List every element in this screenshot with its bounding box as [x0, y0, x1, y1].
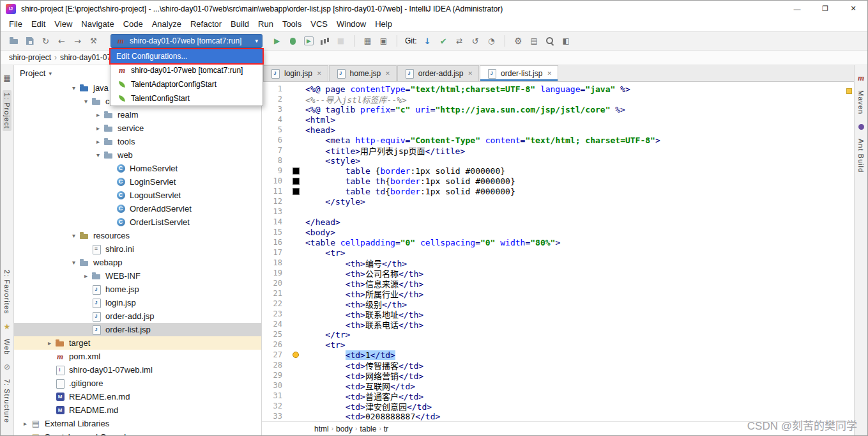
- menu-help[interactable]: Help: [370, 17, 397, 31]
- code-line[interactable]: 11 table td{border:1px solid #000000}: [262, 186, 854, 196]
- tree-item-logoutservlet[interactable]: LogoutServlet: [14, 189, 261, 202]
- tree-item-home-jsp[interactable]: home.jsp: [14, 283, 261, 296]
- menu-window[interactable]: Window: [332, 17, 370, 31]
- stripe-ant-icon[interactable]: [855, 121, 867, 132]
- stripe-slash-icon[interactable]: [1, 361, 13, 373]
- build-project-button[interactable]: [86, 33, 102, 49]
- stop-button[interactable]: [333, 33, 349, 49]
- git-history-button[interactable]: [483, 33, 499, 49]
- tree-item-realm[interactable]: ▸realm: [14, 108, 261, 121]
- code-line[interactable]: 2<%--导入jstl标签库--%>: [262, 94, 854, 104]
- line-number[interactable]: 26: [262, 340, 286, 349]
- popup-item-shiro-day01-07web-tomcat7-run[interactable]: shiro-day01-07web [tomcat7:run]: [110, 63, 263, 77]
- line-number[interactable]: 33: [262, 412, 286, 421]
- line-number[interactable]: 22: [262, 299, 286, 308]
- run-coverage-button[interactable]: [301, 33, 317, 49]
- git-revert-button[interactable]: [468, 33, 483, 49]
- code-line[interactable]: 7 <title>用户列表jsp页面</title>: [262, 145, 854, 155]
- tab-close-icon[interactable]: ✕: [468, 70, 473, 77]
- popup-item-talentadaptorconfigstart[interactable]: TalentAdaptorConfigStart: [110, 77, 263, 91]
- run-button[interactable]: [269, 33, 285, 49]
- line-number[interactable]: 29: [262, 371, 286, 380]
- popup-item-edit-configurations[interactable]: Edit Configurations...: [110, 49, 263, 63]
- tree-item-order-list-jsp[interactable]: order-list.jsp: [14, 323, 261, 336]
- line-number[interactable]: 18: [262, 258, 286, 267]
- tab-order-add-jsp[interactable]: order-add.jsp✕: [397, 65, 479, 81]
- tree-item-readme-en-md[interactable]: README.en.md: [14, 390, 261, 403]
- line-number[interactable]: 21: [262, 289, 286, 298]
- tree-item-webapp[interactable]: ▾webapp: [14, 256, 261, 269]
- tab-close-icon[interactable]: ✕: [385, 70, 390, 77]
- code-line[interactable]: 12 </style>: [262, 196, 854, 206]
- tree-item-shiro-ini[interactable]: shiro.ini: [14, 242, 261, 256]
- tree-expand-arrow[interactable]: ▾: [81, 98, 91, 105]
- menu-tools[interactable]: Tools: [278, 17, 306, 31]
- wrench-button[interactable]: [510, 33, 526, 49]
- editor-breadcrumb-html[interactable]: html: [312, 424, 331, 433]
- tool-window-grid-button[interactable]: [360, 33, 376, 49]
- line-number[interactable]: 24: [262, 320, 286, 329]
- tree-item-service[interactable]: ▸service: [14, 121, 261, 135]
- tree-item-web[interactable]: ▾web: [14, 148, 261, 162]
- project-structure-button[interactable]: [526, 33, 542, 49]
- line-number[interactable]: 6: [262, 136, 286, 144]
- debug-button[interactable]: [285, 33, 301, 49]
- open-folder-button[interactable]: [6, 33, 22, 49]
- line-number[interactable]: 14: [262, 217, 286, 226]
- window-minimize-button[interactable]: —: [783, 1, 811, 17]
- menu-edit[interactable]: Edit: [27, 17, 50, 31]
- tree-item-web-inf[interactable]: ▸WEB-INF: [14, 269, 261, 283]
- synchronize-button[interactable]: [38, 33, 54, 49]
- line-number[interactable]: 5: [262, 125, 286, 134]
- profiler-button[interactable]: [317, 33, 333, 49]
- stripe-maven-icon[interactable]: [855, 72, 867, 84]
- tree-item-orderaddservlet[interactable]: OrderAddServlet: [14, 202, 261, 215]
- toolwindow-web[interactable]: Web: [3, 339, 11, 355]
- tree-item-scratches-and-consoles[interactable]: ▸Scratches and Consoles: [14, 430, 261, 435]
- menu-vcs[interactable]: VCS: [306, 17, 332, 31]
- code-line[interactable]: 25 </tr>: [262, 329, 854, 339]
- line-number[interactable]: 23: [262, 309, 286, 318]
- stripe-star-icon[interactable]: [1, 321, 13, 332]
- git-update-button[interactable]: [420, 33, 436, 49]
- code-line[interactable]: 5<head>: [262, 125, 854, 135]
- code-line[interactable]: 10 table th{border:1px solid #000000}: [262, 176, 854, 186]
- git-diff-button[interactable]: [452, 33, 468, 49]
- tree-item-homeservlet[interactable]: HomeServlet: [14, 162, 261, 175]
- code-line[interactable]: 13: [262, 206, 854, 217]
- code-line[interactable]: 3<%@ taglib prefix="c" uri="http://java.…: [262, 104, 854, 114]
- search-everywhere-button[interactable]: [542, 33, 558, 49]
- line-number[interactable]: 20: [262, 279, 286, 288]
- tab-close-icon[interactable]: ✕: [547, 70, 552, 77]
- code-line[interactable]: 24 <th>联系电话</th>: [262, 319, 854, 329]
- code-line[interactable]: 8 <style>: [262, 155, 854, 166]
- code-line[interactable]: 16<table cellpadding="0" cellspacing="0"…: [262, 237, 854, 247]
- error-stripe-marker[interactable]: [846, 88, 852, 94]
- line-number[interactable]: 25: [262, 330, 286, 339]
- back-button[interactable]: [54, 33, 70, 49]
- tab-order-list-jsp[interactable]: order-list.jsp✕: [480, 65, 558, 81]
- tree-expand-arrow[interactable]: ▸: [20, 420, 30, 427]
- code-line[interactable]: 15<body>: [262, 227, 854, 237]
- toolwindow-1-project[interactable]: 1: Project: [3, 90, 11, 131]
- tree-expand-arrow[interactable]: ▾: [69, 84, 79, 91]
- editor-breadcrumb-tr[interactable]: tr: [381, 424, 391, 433]
- menu-code[interactable]: Code: [119, 17, 148, 31]
- tree-item-orderlistservlet[interactable]: OrderListServlet: [14, 215, 261, 229]
- line-number[interactable]: 12: [262, 197, 286, 206]
- code-area[interactable]: 1<%@ page contentType="text/html;charset…: [262, 82, 854, 421]
- editor-breadcrumb-body[interactable]: body: [333, 424, 355, 433]
- line-number[interactable]: 30: [262, 381, 286, 390]
- tab-home-jsp[interactable]: home.jsp✕: [329, 65, 397, 81]
- menu-analyze[interactable]: Analyze: [148, 17, 186, 31]
- window-maximize-button[interactable]: ❐: [811, 1, 839, 17]
- line-number[interactable]: 11: [262, 187, 286, 196]
- line-number[interactable]: 31: [262, 391, 286, 400]
- tab-login-jsp[interactable]: login.jsp✕: [263, 65, 328, 81]
- tree-item-loginservlet[interactable]: LoginServlet: [14, 175, 261, 189]
- line-number[interactable]: 27: [262, 350, 286, 359]
- line-number[interactable]: 28: [262, 361, 286, 370]
- tree-expand-arrow[interactable]: ▸: [20, 433, 30, 435]
- tree-item-shiro-day01-07web-iml[interactable]: shiro-day01-07web.iml: [14, 363, 261, 377]
- line-number[interactable]: 10: [262, 176, 286, 185]
